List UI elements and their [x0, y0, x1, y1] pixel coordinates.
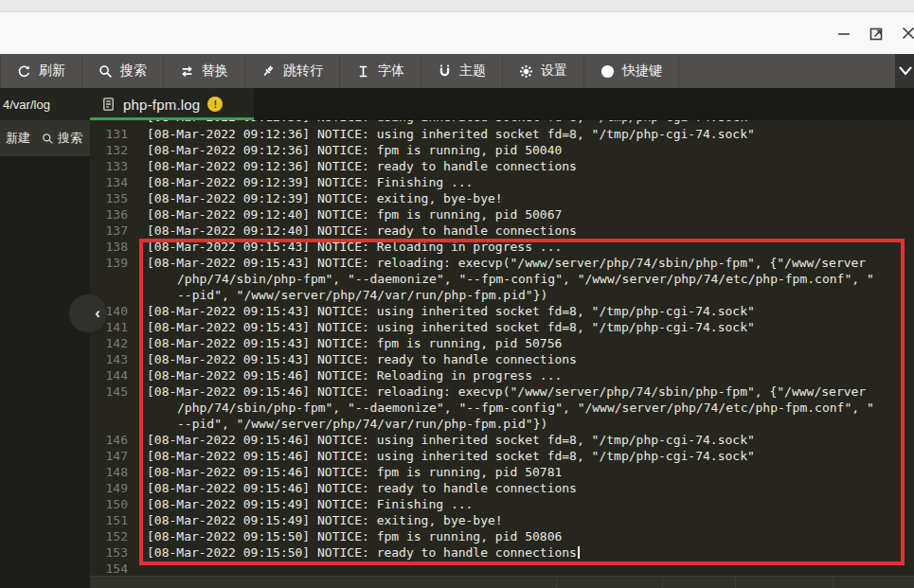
status-bar [90, 576, 914, 588]
toolbar-button-refresh[interactable]: 刷新 [0, 54, 82, 88]
toolbar-button-label: 主题 [459, 62, 486, 80]
log-text[interactable]: [08-Mar-2022 09:12:36] NOTICE: ready to … [139, 158, 577, 174]
log-text[interactable]: [08-Mar-2022 09:15:49] NOTICE: Finishing… [139, 496, 473, 512]
toolbar-button-label: 字体 [378, 62, 404, 80]
maximize-icon [869, 26, 884, 41]
line-number: 136 [90, 206, 139, 223]
log-text[interactable]: [08-Mar-2022 09:15:50] NOTICE: ready to … [139, 544, 580, 561]
window-controls [833, 12, 912, 54]
chevron-left-icon: ‹ [95, 304, 100, 323]
log-line: 141[08-Mar-2022 09:15:43] NOTICE: using … [90, 319, 914, 335]
toolbar-button-label: 替换 [202, 62, 228, 80]
log-line: 138[08-Mar-2022 09:15:43] NOTICE: Reload… [90, 239, 914, 255]
log-line: 154 [90, 561, 914, 576]
log-text[interactable]: [08-Mar-2022 09:15:46] NOTICE: Reloading… [139, 367, 562, 383]
log-text[interactable]: [08-Mar-2022 09:15:49] NOTICE: exiting, … [139, 512, 503, 528]
theme-icon [438, 64, 452, 79]
log-line: --pid", "/www/server/php/74/var/run/php-… [90, 416, 914, 432]
svg-text:?: ? [604, 65, 610, 76]
log-text[interactable]: --pid", "/www/server/php/74/var/run/php-… [139, 416, 547, 432]
log-line: 147[08-Mar-2022 09:15:46] NOTICE: using … [90, 448, 914, 464]
goto-line-icon [261, 64, 276, 79]
toolbar-collapse-button[interactable] [895, 54, 914, 88]
maximize-button[interactable] [865, 22, 887, 45]
sidebar-path: 4/var/log [0, 88, 90, 120]
line-number: 154 [90, 561, 139, 576]
log-text[interactable]: --pid", "/www/server/php/74/var/run/php-… [139, 287, 547, 303]
sidebar-collapse-handle[interactable]: ‹ [69, 294, 107, 332]
log-text[interactable]: [08-Mar-2022 09:15:46] NOTICE: using inh… [139, 432, 755, 448]
replace-icon [180, 64, 194, 79]
sidebar-actions: 新建 搜索 [0, 120, 90, 156]
toolbar-button-goto-line[interactable]: 跳转行 [245, 54, 340, 88]
log-line: 135[08-Mar-2022 09:12:39] NOTICE: exitin… [90, 190, 914, 206]
log-line: 144[08-Mar-2022 09:15:46] NOTICE: Reload… [90, 367, 914, 383]
log-line: 145[08-Mar-2022 09:15:46] NOTICE: reload… [90, 383, 914, 400]
log-text[interactable]: /php/74/sbin/php-fpm", "--daemonize", "-… [139, 400, 874, 416]
log-line: 148[08-Mar-2022 09:15:46] NOTICE: fpm is… [90, 464, 914, 480]
log-line: 133[08-Mar-2022 09:12:36] NOTICE: ready … [90, 158, 914, 174]
log-text[interactable]: [08-Mar-2022 09:15:46] NOTICE: ready to … [139, 480, 577, 496]
settings-icon [519, 64, 533, 79]
line-number: 142 [90, 335, 139, 351]
line-number: 139 [90, 255, 139, 271]
window-top-edge [0, 0, 914, 12]
log-text[interactable]: [08-Mar-2022 09:15:46] NOTICE: fpm is ru… [139, 464, 562, 480]
line-number: 138 [90, 239, 139, 255]
log-text[interactable]: [08-Mar-2022 09:15:43] NOTICE: Reloading… [139, 239, 562, 255]
toolbar-button-label: 刷新 [39, 62, 65, 80]
log-line: 136[08-Mar-2022 09:12:40] NOTICE: fpm is… [90, 206, 914, 223]
line-number: 147 [90, 448, 139, 464]
log-text[interactable]: [08-Mar-2022 09:12:36] NOTICE: fpm is ru… [139, 142, 562, 158]
log-text[interactable] [139, 561, 147, 576]
shortcuts-icon: ? [600, 64, 615, 79]
line-number: 132 [90, 142, 139, 158]
toolbar-button-replace[interactable]: 替换 [164, 54, 245, 88]
chevron-down-icon [898, 64, 913, 78]
log-text[interactable]: [08-Mar-2022 09:12:40] NOTICE: ready to … [139, 223, 577, 239]
line-number [90, 400, 139, 416]
log-text[interactable]: [08-Mar-2022 09:15:43] NOTICE: using inh… [139, 319, 755, 335]
new-file-button[interactable]: 新建 [0, 130, 36, 147]
log-text[interactable]: [08-Mar-2022 09:15:43] NOTICE: ready to … [139, 351, 577, 367]
line-number [90, 271, 139, 287]
log-text[interactable]: [08-Mar-2022 09:12:40] NOTICE: fpm is ru… [139, 206, 562, 223]
titlebar[interactable] [0, 12, 914, 54]
line-number: 144 [90, 367, 139, 383]
minimize-button[interactable] [833, 22, 855, 45]
log-text[interactable]: [08-Mar-2022 09:15:43] NOTICE: using inh… [139, 303, 755, 319]
content-area: php-fpm.log ! [08-Mar-2022 09:12:36] NOT… [90, 88, 914, 588]
log-line: 149[08-Mar-2022 09:15:46] NOTICE: ready … [90, 480, 914, 496]
log-text[interactable]: [08-Mar-2022 09:15:46] NOTICE: reloading… [139, 383, 866, 400]
toolbar-button-search[interactable]: 搜索 [82, 54, 164, 88]
log-text[interactable]: /php/74/sbin/php-fpm", "--daemonize", "-… [139, 271, 874, 287]
log-text[interactable]: [08-Mar-2022 09:12:39] NOTICE: exiting, … [139, 190, 503, 206]
toolbar-button-settings[interactable]: 设置 [503, 54, 584, 88]
log-text[interactable]: [08-Mar-2022 09:12:36] NOTICE: using inh… [139, 126, 755, 142]
editor-rows: [08-Mar-2022 09:12:36] NOTICE: using inh… [90, 120, 914, 576]
log-viewer-window: 刷新搜索替换跳转行字体主题设置?快捷键 4/var/log 新建 搜索 [0, 0, 914, 588]
line-number: 148 [90, 464, 139, 480]
file-list-panel[interactable] [0, 156, 90, 588]
log-text[interactable]: [08-Mar-2022 09:15:43] NOTICE: fpm is ru… [139, 335, 562, 351]
log-line: /php/74/sbin/php-fpm", "--daemonize", "-… [90, 271, 914, 287]
log-line: /php/74/sbin/php-fpm", "--daemonize", "-… [90, 400, 914, 416]
toolbar-button-theme[interactable]: 主题 [421, 54, 503, 88]
log-text[interactable]: [08-Mar-2022 09:15:50] NOTICE: fpm is ru… [139, 528, 562, 544]
log-line: 131[08-Mar-2022 09:12:36] NOTICE: using … [90, 126, 914, 142]
sidebar-search-button[interactable]: 搜索 [36, 130, 88, 147]
log-text[interactable]: [08-Mar-2022 09:15:43] NOTICE: reloading… [139, 255, 866, 271]
close-button[interactable] [897, 22, 914, 45]
tab-php-fpm-log[interactable]: php-fpm.log ! [90, 88, 254, 120]
line-number [90, 416, 139, 432]
log-text[interactable]: [08-Mar-2022 09:15:46] NOTICE: using inh… [139, 448, 755, 464]
log-editor[interactable]: [08-Mar-2022 09:12:36] NOTICE: using inh… [90, 120, 914, 576]
log-text[interactable]: [08-Mar-2022 09:12:39] NOTICE: Finishing… [139, 174, 473, 190]
line-number: 135 [90, 190, 139, 206]
document-icon [101, 97, 116, 112]
toolbar-button-shortcuts[interactable]: ?快捷键 [584, 54, 679, 88]
toolbar-button-font[interactable]: 字体 [340, 54, 421, 88]
line-number: 150 [90, 496, 139, 512]
minimize-icon [837, 27, 851, 40]
line-number: 133 [90, 158, 139, 174]
